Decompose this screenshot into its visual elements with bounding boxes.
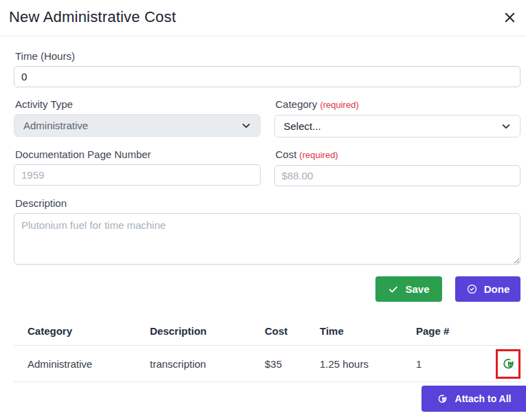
actions-row: Save Done — [14, 276, 520, 302]
row-description: transcription — [150, 358, 265, 370]
chevron-down-icon — [501, 122, 511, 131]
modal-body: Time (Hours) Activity Type Administrativ… — [0, 36, 526, 412]
category-field-group: Category(required) Select... — [274, 98, 521, 137]
attach-to-all-button[interactable]: Attach to All — [421, 386, 526, 412]
doc-page-number-input[interactable] — [14, 164, 261, 186]
attach-button-highlighted[interactable] — [496, 349, 520, 379]
cost-required-tag: (required) — [299, 150, 338, 160]
done-button-label: Done — [484, 283, 510, 295]
costs-table: Category Description Cost Time Page # Ad… — [14, 316, 520, 382]
row-time: 1.25 hours — [320, 358, 416, 370]
activity-type-field-group: Activity Type Administrative — [14, 98, 261, 137]
attach-all-row: Attach to All — [14, 386, 526, 412]
header-description: Description — [150, 325, 265, 337]
save-button[interactable]: Save — [375, 276, 442, 302]
check-icon — [388, 284, 399, 295]
row-attachment-cell — [496, 349, 520, 379]
cost-label-text: Cost — [276, 148, 297, 160]
cost-label: Cost(required) — [276, 148, 521, 161]
row-cost: $35 — [265, 358, 320, 370]
paperclip-icon — [501, 357, 516, 371]
time-hours-label: Time (Hours) — [15, 50, 520, 62]
header-cost: Cost — [265, 325, 320, 337]
activity-type-label: Activity Type — [15, 98, 261, 110]
costs-table-header-row: Category Description Cost Time Page # — [14, 316, 520, 346]
x-icon — [503, 11, 516, 24]
description-field-group: Description — [14, 197, 520, 267]
close-button[interactable] — [501, 10, 519, 25]
doc-page-number-field-group: Documentation Page Number — [14, 148, 261, 186]
category-required-tag: (required) — [320, 100, 358, 110]
doc-page-number-label: Documentation Page Number — [15, 148, 261, 160]
row-category: Administrative — [14, 358, 150, 370]
attach-to-all-label: Attach to All — [455, 393, 512, 404]
check-circle-icon — [466, 283, 478, 295]
new-admin-cost-modal: New Administrative Cost Time (Hours) Act… — [0, 0, 526, 420]
modal-title: New Administrative Cost — [9, 8, 176, 26]
cost-input[interactable] — [274, 165, 521, 186]
activity-type-select[interactable]: Administrative — [14, 114, 261, 137]
description-label: Description — [15, 197, 520, 209]
done-button[interactable]: Done — [455, 276, 520, 302]
cost-field-group: Cost(required) — [274, 148, 521, 186]
category-selected-value: Select... — [284, 120, 321, 132]
table-row: Administrative transcription $35 1.25 ho… — [14, 346, 520, 382]
description-textarea[interactable] — [14, 213, 520, 265]
header-category: Category — [14, 325, 150, 337]
time-hours-input[interactable] — [14, 66, 520, 87]
category-label-text: Category — [276, 98, 318, 110]
header-page: Page # — [416, 325, 481, 337]
paperclip-icon — [437, 393, 448, 405]
modal-header: New Administrative Cost — [0, 0, 526, 36]
time-hours-field-group: Time (Hours) — [14, 50, 520, 87]
row-page: 1 — [416, 358, 481, 370]
chevron-down-icon — [241, 121, 251, 131]
activity-type-selected-value: Administrative — [23, 120, 88, 131]
header-time: Time — [320, 325, 416, 337]
category-select[interactable]: Select... — [274, 115, 521, 137]
save-button-label: Save — [405, 283, 429, 295]
category-label: Category(required) — [276, 98, 521, 111]
